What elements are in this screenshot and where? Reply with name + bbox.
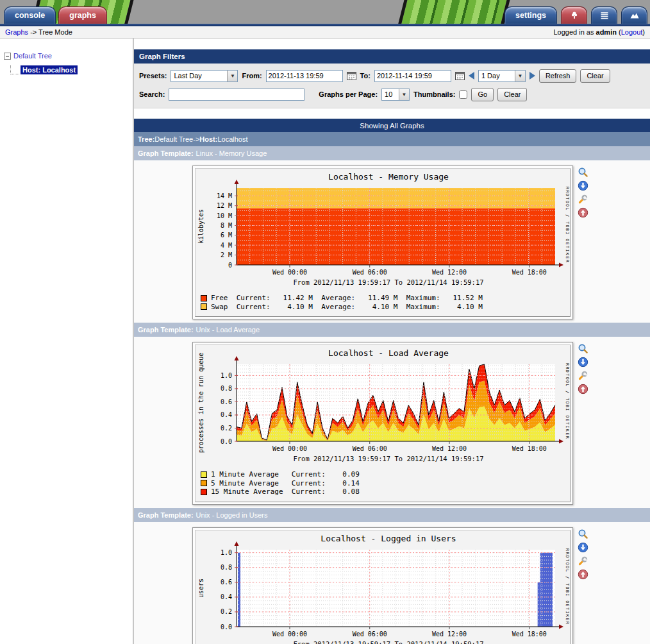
- svg-text:0.8: 0.8: [221, 385, 232, 392]
- svg-text:Wed 12:00: Wed 12:00: [432, 631, 467, 638]
- tree-path-host-label: Host:: [199, 135, 217, 143]
- graph-section-users: Localhost - Logged in UsersRRDTOOL / TOB…: [134, 522, 650, 644]
- svg-text:12 M: 12 M: [217, 202, 232, 209]
- tab-settings[interactable]: settings: [504, 6, 557, 24]
- svg-text:Localhost - Load Average: Localhost - Load Average: [328, 348, 449, 358]
- svg-text:Wed 06:00: Wed 06:00: [353, 445, 387, 452]
- svg-text:Wed 18:00: Wed 18:00: [512, 445, 547, 452]
- svg-text:Localhost - Memory Usage: Localhost - Memory Usage: [328, 172, 449, 182]
- rrd-graph-svg: Localhost - Memory UsageRRDTOOL / TOBI O…: [196, 169, 571, 291]
- svg-text:0.2: 0.2: [221, 425, 232, 432]
- legend-color-swatch: [201, 489, 207, 495]
- svg-text:0.2: 0.2: [221, 608, 232, 615]
- graph-preview-icon: [629, 10, 640, 21]
- to-label: To:: [360, 72, 371, 80]
- showing-all-graphs-bar: Showing All Graphs: [134, 119, 650, 132]
- svg-text:0.8: 0.8: [221, 564, 232, 571]
- svg-text:Wed 00:00: Wed 00:00: [272, 631, 307, 638]
- tree-branch-connector: [10, 65, 19, 74]
- list-view-tab[interactable]: [591, 6, 617, 24]
- cacti-plant-art-right: [397, 0, 510, 24]
- go-button[interactable]: Go: [471, 88, 494, 101]
- graph-panel-load: Localhost - Load AverageRRDTOOL / TOBI O…: [192, 342, 573, 505]
- tree-view-tab[interactable]: [561, 6, 587, 24]
- graph-actions-memory: [578, 165, 588, 218]
- svg-text:2 M: 2 M: [221, 251, 232, 258]
- sidebar-item-default-tree[interactable]: Default Tree: [13, 52, 52, 60]
- tree-path-tree-value: Default Tree->: [154, 135, 199, 143]
- rrd-graph-svg: Localhost - Logged in UsersRRDTOOL / TOB…: [196, 530, 571, 644]
- shift-time-back-icon[interactable]: [469, 72, 474, 80]
- svg-text:Wed 12:00: Wed 12:00: [432, 445, 467, 452]
- graph-panel-users: Localhost - Logged in UsersRRDTOOL / TOB…: [192, 527, 573, 644]
- template-label: Graph Template:: [138, 149, 194, 157]
- memory-usage-graph-image[interactable]: Localhost - Memory UsageRRDTOOL / TOBI O…: [195, 168, 571, 317]
- svg-text:processes in the run queue: processes in the run queue: [197, 353, 204, 453]
- login-status: Logged in as admin (Logout): [553, 28, 645, 36]
- tab-console[interactable]: console: [4, 6, 56, 24]
- time-shift-up-icon[interactable]: [578, 569, 588, 580]
- template-label: Graph Template:: [138, 326, 194, 334]
- svg-text:1.0: 1.0: [221, 549, 232, 556]
- to-calendar-icon[interactable]: [455, 71, 465, 81]
- time-shift-up-icon[interactable]: [578, 384, 588, 394]
- zoom-graph-icon[interactable]: [578, 167, 588, 178]
- presets-select[interactable]: Last Day ▼: [171, 70, 238, 82]
- template-value: Unix - Load Average: [196, 326, 260, 334]
- csv-export-icon[interactable]: [578, 542, 588, 553]
- logged-in-users-graph-image[interactable]: Localhost - Logged in UsersRRDTOOL / TOB…: [195, 530, 571, 644]
- graph-source-wrench-icon[interactable]: [578, 370, 588, 381]
- zoom-graph-icon[interactable]: [578, 529, 588, 539]
- tab-graphs[interactable]: graphs: [58, 6, 107, 24]
- svg-text:0.4: 0.4: [221, 411, 232, 418]
- svg-text:Wed 06:00: Wed 06:00: [353, 631, 387, 638]
- rrd-graph-svg: Localhost - Load AverageRRDTOOL / TOBI O…: [196, 345, 571, 467]
- tree-collapse-toggle[interactable]: [4, 53, 11, 60]
- svg-text:0.6: 0.6: [221, 579, 232, 586]
- svg-text:Wed 00:00: Wed 00:00: [272, 445, 307, 452]
- thumbnails-checkbox[interactable]: [459, 90, 467, 99]
- search-input[interactable]: [169, 89, 304, 101]
- to-date-input[interactable]: [374, 70, 451, 82]
- svg-text:users: users: [197, 578, 204, 597]
- tree-path-bar: Tree:Default Tree-> Host:Localhost: [134, 132, 650, 146]
- tree-path-host-value: Localhost: [217, 135, 247, 143]
- svg-text:0.6: 0.6: [221, 398, 232, 405]
- graphs-per-page-select[interactable]: 10 ▼: [381, 89, 410, 101]
- load-average-graph-image[interactable]: Localhost - Load AverageRRDTOOL / TOBI O…: [195, 344, 571, 502]
- legend-text: 1 Minute Average Current: 0.09: [211, 470, 360, 479]
- breadcrumb-bar: Graphs -> Tree Mode Logged in as admin (…: [0, 26, 650, 38]
- legend-color-swatch: [201, 295, 207, 301]
- svg-text:Wed 00:00: Wed 00:00: [272, 269, 307, 276]
- graph-legend: 1 Minute Average Current: 0.095 Minute A…: [196, 467, 570, 502]
- preview-view-tab[interactable]: [621, 6, 647, 24]
- zoom-graph-icon[interactable]: [578, 343, 588, 354]
- graphs-per-page-value: 10: [382, 89, 399, 100]
- graph-source-wrench-icon[interactable]: [578, 194, 588, 205]
- csv-export-icon[interactable]: [578, 357, 588, 368]
- timespan-select[interactable]: 1 Day ▼: [478, 70, 526, 82]
- graph-source-wrench-icon[interactable]: [578, 555, 588, 566]
- from-date-input[interactable]: [266, 70, 343, 82]
- shift-time-forward-icon[interactable]: [529, 72, 535, 80]
- graph-template-bar-memory: Graph Template: Linux - Memory Usage: [134, 146, 650, 160]
- svg-text:From 2012/11/13 19:59:17 To 20: From 2012/11/13 19:59:17 To 2012/11/14 1…: [293, 455, 483, 462]
- logout-link[interactable]: Logout: [621, 28, 643, 36]
- clear-search-button[interactable]: Clear: [497, 88, 527, 101]
- clear-button[interactable]: Clear: [580, 69, 610, 83]
- legend-text: Free Current: 11.42 M Average: 11.49 M M…: [211, 294, 483, 302]
- tree-path-tree-label: Tree:: [138, 135, 154, 143]
- refresh-button[interactable]: Refresh: [539, 69, 577, 83]
- legend-row: 1 Minute Average Current: 0.09: [201, 470, 570, 479]
- time-shift-up-icon[interactable]: [578, 207, 588, 218]
- template-value: Unix - Logged in Users: [196, 511, 268, 519]
- graph-template-bar-users: Graph Template: Unix - Logged in Users: [134, 508, 650, 522]
- list-view-icon: [599, 10, 610, 21]
- csv-export-icon[interactable]: [578, 180, 588, 191]
- from-calendar-icon[interactable]: [347, 71, 356, 81]
- login-prefix: Logged in as: [553, 28, 596, 36]
- breadcrumb-graphs-link[interactable]: Graphs: [5, 28, 28, 36]
- graph-actions-load: [578, 342, 588, 394]
- svg-text:Wed 18:00: Wed 18:00: [512, 631, 547, 638]
- sidebar-item-host-localhost[interactable]: Host: Localhost: [21, 65, 78, 74]
